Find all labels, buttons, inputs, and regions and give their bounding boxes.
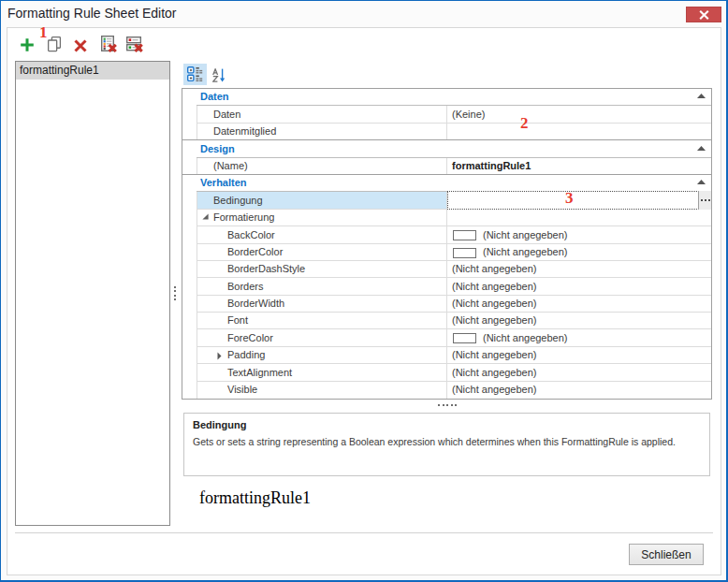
annotation-2: 2	[520, 117, 529, 130]
grid-category-row[interactable]: Design	[182, 140, 711, 158]
property-label: (Name)	[213, 160, 248, 171]
description-text: Gets or sets a string representing a Boo…	[193, 436, 676, 447]
property-label: BorderWidth	[227, 298, 284, 309]
categorized-view-button[interactable]	[183, 64, 207, 85]
property-value: (Keine)	[452, 109, 485, 120]
property-value: (Nicht angegeben)	[483, 246, 568, 257]
property-label: BackColor	[227, 229, 275, 240]
expander-collapsed-icon[interactable]	[217, 352, 222, 360]
grid-property-row[interactable]: Padding(Nicht angegeben)	[182, 347, 711, 364]
property-label: TextAlignment	[227, 367, 292, 378]
collapse-arrow-icon[interactable]	[697, 94, 706, 98]
property-value: formattingRule1	[452, 160, 531, 171]
property-value: (Nicht angegeben)	[483, 332, 568, 343]
splitter-dot	[446, 404, 448, 406]
property-grid: DatenDaten(Keine)DatenmitgliedDesign(Nam…	[182, 88, 712, 400]
annotation-3: 3	[565, 192, 574, 205]
splitter-dot	[443, 404, 444, 406]
color-swatch	[453, 333, 476, 343]
property-label: Bedingung	[213, 195, 263, 206]
property-value: (Nicht angegeben)	[452, 314, 537, 326]
description-title: Bedingung	[193, 419, 246, 430]
dialog-window: Formatting Rule Sheet Editor	[0, 0, 728, 582]
main-panel: formattingRule1	[7, 27, 721, 575]
color-swatch	[453, 230, 476, 240]
collapse-arrow-icon[interactable]	[697, 146, 706, 151]
property-label: Borders	[227, 281, 264, 292]
property-value: (Nicht angegeben)	[452, 298, 537, 309]
grid-property-row[interactable]: BackColor(Nicht angegeben)	[182, 226, 711, 244]
property-value: (Nicht angegeben)	[452, 263, 537, 274]
splitter-dot	[174, 298, 176, 300]
grid-property-row[interactable]: Borders(Nicht angegeben)	[182, 278, 711, 296]
property-value: (Nicht angegeben)	[452, 281, 537, 292]
splitter-dot	[455, 404, 457, 406]
category-label: Design	[200, 143, 235, 154]
close-dialog-label: Schließen	[641, 548, 691, 561]
splitter-dot	[174, 295, 176, 297]
window-title: Formatting Rule Sheet Editor	[7, 6, 177, 21]
add-rule-icon[interactable]	[20, 37, 35, 52]
sort-az-button[interactable]	[212, 68, 226, 83]
grid-property-row[interactable]: ForeColor(Nicht angegeben)	[182, 329, 711, 347]
property-label: ForeColor	[227, 332, 273, 343]
annotation-1: 1	[39, 26, 48, 39]
grid-property-row[interactable]: TextAlignment(Nicht angegeben)	[182, 364, 711, 382]
property-value: (Nicht angegeben)	[452, 384, 537, 395]
splitter-dot	[174, 286, 176, 288]
property-value: (Nicht angegeben)	[452, 349, 537, 360]
grid-category-row[interactable]: Verhalten	[182, 175, 711, 192]
property-label: Datenmitglied	[213, 125, 276, 137]
property-label: Formatierung	[213, 211, 274, 223]
property-label: BorderDashStyle	[227, 263, 305, 274]
grid-property-row[interactable]: (Name)formattingRule1	[182, 158, 711, 175]
grid-property-row[interactable]: Datenmitglied	[182, 124, 711, 140]
splitter-dot	[174, 290, 176, 292]
property-label: Visible	[227, 384, 257, 395]
grid-property-row[interactable]: BorderColor(Nicht angegeben)	[182, 244, 711, 261]
splitter-dot	[451, 404, 453, 406]
property-value: (Nicht angegeben)	[483, 229, 568, 240]
categorized-view-icon	[187, 66, 203, 82]
copy-rule-icon[interactable]	[48, 36, 62, 53]
close-dialog-button[interactable]: Schließen	[629, 544, 704, 565]
grid-property-row[interactable]: Font(Nicht angegeben)	[182, 313, 711, 329]
property-value: (Nicht angegeben)	[452, 367, 537, 378]
description-panel: Bedingung Gets or sets a string represen…	[183, 413, 710, 476]
property-label: BorderColor	[227, 246, 283, 257]
grid-property-row[interactable]: Bedingung	[182, 192, 711, 210]
collapse-arrow-icon[interactable]	[697, 180, 706, 184]
delete-rule-icon[interactable]	[74, 39, 87, 52]
grid-property-row[interactable]: BorderWidth(Nicht angegeben)	[182, 296, 711, 313]
rule-preview-text: formattingRule1	[199, 488, 311, 508]
window-close-button[interactable]	[686, 7, 721, 22]
grid-property-row[interactable]: Formatierung	[182, 210, 711, 226]
footer-separator	[15, 532, 713, 533]
grid-property-row[interactable]: BorderDashStyle(Nicht angegeben)	[182, 261, 711, 278]
category-label: Daten	[200, 91, 229, 102]
clear-rule-icon[interactable]	[100, 36, 118, 53]
property-label: Font	[227, 314, 248, 326]
grid-property-row[interactable]: Daten(Keine)	[182, 106, 711, 124]
rule-list: formattingRule1	[15, 61, 170, 526]
color-swatch	[453, 248, 476, 258]
close-icon	[699, 10, 709, 20]
expander-expanded-icon[interactable]	[202, 213, 209, 220]
splitter-dot	[438, 404, 440, 406]
grid-property-row[interactable]: Visible(Nicht angegeben)	[182, 382, 711, 399]
property-label: Daten	[213, 109, 240, 120]
rule-list-item[interactable]: formattingRule1	[16, 62, 169, 80]
clear-all-rules-icon[interactable]	[126, 36, 144, 53]
property-label: Padding	[227, 349, 265, 360]
category-label: Verhalten	[200, 177, 247, 188]
grid-category-row[interactable]: Daten	[182, 89, 711, 106]
sort-az-icon	[212, 68, 226, 83]
